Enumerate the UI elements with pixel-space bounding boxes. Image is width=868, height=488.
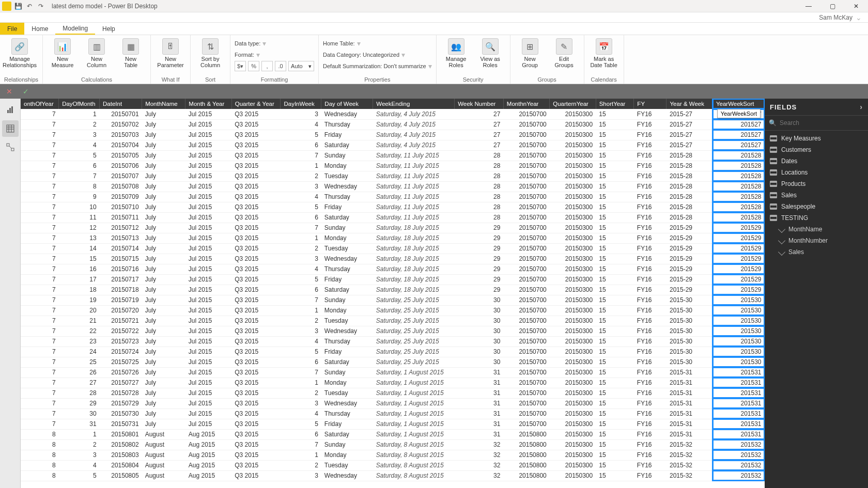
cell[interactable]: 201530: [712, 305, 764, 316]
cell[interactable]: July: [142, 254, 185, 264]
cell[interactable]: 32: [455, 470, 504, 481]
cell[interactable]: 201530: [712, 336, 764, 347]
cell[interactable]: July: [142, 305, 185, 316]
cell[interactable]: July: [142, 130, 185, 140]
cell[interactable]: 20150714: [100, 243, 142, 254]
cell[interactable]: 20150713: [100, 233, 142, 243]
cell[interactable]: FY16: [634, 347, 667, 357]
cell[interactable]: Aug 2015: [185, 450, 231, 460]
cell[interactable]: Saturday, 25 July 2015: [373, 357, 455, 367]
column-header[interactable]: YearWeekSort: [712, 99, 764, 109]
cell[interactable]: 29: [455, 223, 504, 233]
cell[interactable]: Jul 2015: [185, 285, 231, 295]
cell[interactable]: 9: [59, 192, 100, 202]
cell[interactable]: 15: [596, 429, 634, 439]
cell[interactable]: 2015-30: [667, 305, 712, 316]
cell[interactable]: July: [142, 223, 185, 233]
cell[interactable]: July: [142, 347, 185, 357]
cell[interactable]: July: [142, 264, 185, 274]
cell[interactable]: FY16: [634, 274, 667, 285]
cell[interactable]: 20150708: [100, 181, 142, 192]
redo-icon[interactable]: ↷: [36, 2, 45, 11]
cell[interactable]: July: [142, 274, 185, 285]
cell[interactable]: 7: [21, 408, 59, 419]
cell[interactable]: 27: [455, 130, 504, 140]
cell[interactable]: FY16: [634, 119, 667, 130]
cell[interactable]: 2: [281, 388, 321, 398]
cell[interactable]: 28: [455, 171, 504, 181]
cell[interactable]: 20150700: [503, 192, 549, 202]
cell[interactable]: 1: [281, 305, 321, 316]
cell[interactable]: 7: [21, 130, 59, 140]
cell[interactable]: 20150300: [550, 377, 596, 388]
cell[interactable]: 30: [455, 316, 504, 326]
cell[interactable]: Q3 2015: [231, 119, 281, 130]
cell[interactable]: 20150802: [100, 439, 142, 450]
cell[interactable]: 15: [596, 357, 634, 367]
table-row[interactable]: 8220150802AugustAug 2015Q3 20157SundaySa…: [21, 439, 765, 450]
cell[interactable]: FY16: [634, 460, 667, 470]
cell[interactable]: 28: [455, 202, 504, 212]
table-row[interactable]: 71920150719JulyJul 2015Q3 20157SundaySat…: [21, 295, 765, 305]
cell[interactable]: Jul 2015: [185, 140, 231, 150]
cell[interactable]: FY16: [634, 419, 667, 429]
cell[interactable]: Thursday: [321, 192, 373, 202]
cell[interactable]: 29: [59, 398, 100, 408]
cell[interactable]: 20150300: [550, 439, 596, 450]
cell[interactable]: July: [142, 285, 185, 295]
table-row[interactable]: 72320150723JulyJul 2015Q3 20154ThursdayS…: [21, 336, 765, 347]
cell[interactable]: 201531: [712, 388, 764, 398]
column-header[interactable]: Month & Year: [185, 99, 231, 109]
fields-table-item[interactable]: Key Measures: [765, 133, 868, 144]
cell[interactable]: 1: [281, 233, 321, 243]
cell[interactable]: 7: [21, 274, 59, 285]
cell[interactable]: 20150300: [550, 429, 596, 439]
cell[interactable]: 2: [59, 439, 100, 450]
cell[interactable]: Saturday, 1 August 2015: [373, 377, 455, 388]
cell[interactable]: FY16: [634, 357, 667, 367]
cell[interactable]: 5: [281, 347, 321, 357]
cell[interactable]: Saturday, 8 August 2015: [373, 439, 455, 450]
table-row[interactable]: 7220150702JulyJul 2015Q3 20154ThursdaySa…: [21, 119, 765, 130]
cell[interactable]: 20150300: [550, 202, 596, 212]
cell[interactable]: 7: [21, 285, 59, 295]
cell[interactable]: FY16: [634, 388, 667, 398]
cell[interactable]: 28: [59, 388, 100, 398]
cell[interactable]: 7: [21, 202, 59, 212]
cell[interactable]: 31: [455, 419, 504, 429]
cell[interactable]: FY16: [634, 254, 667, 264]
column-header[interactable]: ShortYear: [596, 99, 634, 109]
cell[interactable]: Q3 2015: [231, 377, 281, 388]
cell[interactable]: 15: [596, 140, 634, 150]
cell[interactable]: 11: [59, 212, 100, 223]
cell[interactable]: 20150805: [100, 470, 142, 481]
table-row[interactable]: 7820150708JulyJul 2015Q3 20153WednesdayS…: [21, 181, 765, 192]
cell[interactable]: 20150300: [550, 181, 596, 192]
cell[interactable]: 201527: [712, 130, 764, 140]
cell[interactable]: 28: [455, 181, 504, 192]
cell[interactable]: July: [142, 377, 185, 388]
table-row[interactable]: 8520150805AugustAug 2015Q3 20153Wednesda…: [21, 470, 765, 481]
cell[interactable]: 20150300: [550, 388, 596, 398]
accept-formula-icon[interactable]: ✓: [20, 86, 32, 97]
cell[interactable]: Jul 2015: [185, 212, 231, 223]
cell[interactable]: Aug 2015: [185, 470, 231, 481]
cell[interactable]: 20150700: [503, 212, 549, 223]
report-view-button[interactable]: [2, 102, 19, 118]
tab-modeling[interactable]: Modeling: [55, 23, 95, 35]
cell[interactable]: 31: [455, 398, 504, 408]
cell[interactable]: 20150300: [550, 326, 596, 336]
cell[interactable]: Monday: [321, 377, 373, 388]
cell[interactable]: Jul 2015: [185, 171, 231, 181]
cell[interactable]: Jul 2015: [185, 264, 231, 274]
table-row[interactable]: 8320150803AugustAug 2015Q3 20151MondaySa…: [21, 450, 765, 460]
data-view-button[interactable]: [2, 120, 19, 137]
cell[interactable]: 201529: [712, 264, 764, 274]
table-row[interactable]: 71620150716JulyJul 2015Q3 20154ThursdayS…: [21, 264, 765, 274]
cell[interactable]: Saturday, 1 August 2015: [373, 419, 455, 429]
cell[interactable]: 6: [281, 140, 321, 150]
cell[interactable]: 31: [455, 367, 504, 377]
cell[interactable]: 201529: [712, 243, 764, 254]
cell[interactable]: 29: [455, 243, 504, 254]
cell[interactable]: Aug 2015: [185, 460, 231, 470]
